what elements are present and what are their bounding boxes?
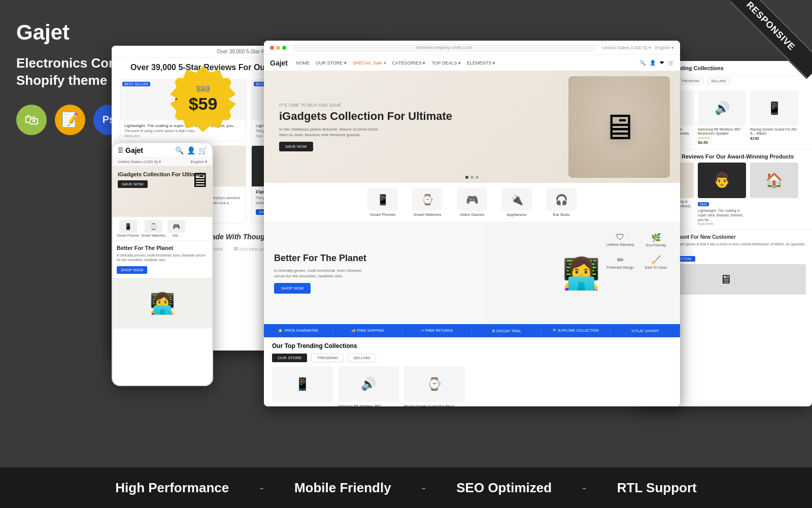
star-shape: $89 $59	[170, 66, 236, 132]
sep-1: -	[259, 480, 264, 496]
price-badge: $89 $59	[170, 66, 236, 132]
ds-cat-games[interactable]: 🎮 Video Games	[452, 188, 492, 217]
ms-header: ☰ Gajet 🔍 👤 🛒	[113, 143, 212, 158]
ds-trending-section: Our Top Trending Collections OUR STORE T…	[264, 337, 680, 406]
feature-rtl: RTL Support	[617, 480, 697, 496]
ds-hero-btn[interactable]: SAVE NOW	[279, 142, 313, 151]
ds-trending-tabs: OUR STORE TRENDING SELLING	[272, 354, 672, 362]
ds-product-3: ⌚ Racing Screen Guard For Rin A... Watch…	[404, 366, 465, 406]
ms-cat-phones[interactable]: 📱 Smart Phones	[117, 220, 139, 237]
feature-seo: SEO Optimized	[456, 480, 552, 496]
ds-url-bar[interactable]: Expected shipping cutoff 11/14	[292, 44, 596, 52]
ms-hero: iGadgets Collection For Ultimate SAVE NO…	[113, 166, 212, 217]
ds-nav-items: HOME OUR STORE ▾ SPECIAL Sale ▾ CATEGORI…	[296, 60, 495, 66]
rp-product-2: 🔊 Samsung R6 Wireless 360° Mushroom Spea…	[698, 90, 746, 145]
ds-feature-eco: 🌿 Eco-Friendly	[642, 233, 670, 247]
ds-hero-tag: IT'S TIME TO BUY AND SAVE	[279, 103, 452, 108]
ds-promo-title: Better For The Planet	[274, 253, 472, 264]
shopify-icon-wrap: 🛍	[16, 105, 47, 135]
ds-tab-selling[interactable]: SELLING	[348, 354, 376, 362]
feature-mobile: Mobile Friendly	[294, 480, 391, 496]
ds-tab-trending[interactable]: TRENDING	[311, 354, 344, 362]
ms-promo-btn[interactable]: SHOP NOW	[117, 266, 147, 274]
ds-promo-right: 👩‍💻 🛡 Lifetime Warranty 🌿 Eco-Friendly ✏…	[482, 223, 680, 324]
ms-promo-title: Better For The Planet	[117, 245, 208, 251]
ds-feature-ribbon: ⭐PRICE GUARANTEE 🚚 FREE SHIPPING ↩ FREE …	[264, 324, 680, 337]
ds-hero-title: iGadgets Collection For Ultimate	[279, 110, 452, 123]
edit-icon: 📝	[55, 105, 85, 135]
sep-2: -	[422, 480, 426, 496]
shopify-icon: 🛍	[16, 105, 47, 135]
ds-promo-body: A clinically-grown, multi-functional, to…	[274, 268, 365, 279]
ms-hero-btn[interactable]: SAVE NOW	[118, 180, 148, 188]
ds-product-row: 📱 NEW SnapME Braided Nylon Woven Smart W…	[272, 366, 672, 406]
ds-cat-phones[interactable]: 📱 Smart Phones	[362, 188, 403, 217]
ms-promo: Better For The Planet A clinically-prove…	[113, 240, 212, 278]
ms-person-image: 👩‍💻	[113, 278, 212, 329]
rp-person-3: 🏠	[750, 163, 798, 226]
ds-cat-appliances[interactable]: 🔌 Appliances	[496, 188, 537, 217]
ms-hero-image: 🖥	[189, 169, 210, 192]
ds-nav: Gajet HOME OUR STORE ▾ SPECIAL Sale ▾ CA…	[264, 55, 680, 71]
new-price: $59	[189, 94, 218, 114]
ms-categories: 📱 Smart Phones ⌚ Smart Watches 🎮 Vid...	[113, 217, 212, 240]
bottom-feature-bar: High Performance - Mobile Friendly - SEO…	[0, 467, 812, 508]
ms-nav-icons: 🔍 👤 🛒	[175, 146, 207, 154]
ds-product-2: 🔊 Samsung R6 Wireless 360° Mushroom Spea…	[338, 366, 399, 406]
ds-window-header: Expected shipping cutoff 11/14 United St…	[264, 41, 680, 55]
rp-person-2: 👨 NEW Lightweight. The coating is super …	[698, 163, 746, 226]
ds-cat-earbuds[interactable]: 🎧 Ear Buds	[541, 188, 582, 217]
sep-3: -	[582, 480, 587, 496]
ds-categories: 📱 Smart Phones ⌚ Smart Watches 🎮 Video G…	[264, 183, 680, 223]
ds-tab-ourstore[interactable]: OUR STORE	[272, 354, 307, 362]
ms-promo-body: A clinically-proven, multi-functional, t…	[117, 253, 208, 262]
ds-promo-btn[interactable]: SHOP NOW	[274, 283, 311, 294]
rp-tab-selling[interactable]: SELLING	[707, 78, 730, 84]
ds-hero-sub: In hac habitasse platea dictumst. Mauris…	[279, 126, 381, 138]
ds-feature-warranty: 🛡 Lifetime Warranty	[606, 233, 634, 247]
ms-cat-watches[interactable]: ⌚ Smart Watches	[141, 220, 165, 237]
responsive-label: RESPONSIVE	[731, 0, 812, 79]
ds-dot-yellow	[276, 46, 280, 50]
rp-new-badge: NEW	[698, 202, 709, 206]
mobile-screenshot: ☰ Gajet 🔍 👤 🛒 United States (USD $) ▾ En…	[112, 142, 213, 386]
ds-trending-title: Our Top Trending Collections	[272, 342, 672, 350]
ds-cat-watches[interactable]: ⌚ Smart Watches	[407, 188, 448, 217]
ds-dot-red	[270, 46, 274, 50]
ds-promo-left: Better For The Planet A clinically-grown…	[264, 223, 482, 324]
ds-hero-product-image: 🖥	[568, 76, 670, 178]
ds-feature-design: ✏ Perfected Design	[606, 255, 634, 269]
old-price: $89	[196, 85, 210, 94]
rp-tab-trending[interactable]: TRENDING	[678, 78, 704, 84]
ds-hero: IT'S TIME TO BUY AND SAVE iGadgets Colle…	[264, 71, 680, 183]
ms-cat-video[interactable]: 🎮 Vid...	[167, 220, 185, 237]
ds-dot-green	[282, 46, 286, 50]
ds-nav-icons: 🔍 👤 ❤ 🛒	[639, 60, 674, 66]
ds-product-1: 📱 NEW SnapME Braided Nylon Woven Smart W…	[272, 366, 333, 406]
ds-promo-section: Better For The Planet A clinically-grown…	[264, 223, 680, 324]
feature-performance: High Performance	[115, 480, 229, 496]
ms-logo: Gajet	[125, 146, 143, 154]
responsive-ribbon: RESPONSIVE	[731, 0, 812, 81]
rp-product-3: 📱 Racing Screen Guard For Rin A... Watch…	[750, 90, 798, 145]
edit-icon-wrap: 📝	[55, 105, 85, 135]
ds-nav-logo: Gajet	[270, 59, 288, 67]
desktop-screenshot: Expected shipping cutoff 11/14 United St…	[264, 41, 680, 406]
ds-feature-clean: 🧹 East To Clean	[642, 255, 670, 269]
ds-promo-person-image: 👩‍💻	[562, 256, 600, 292]
